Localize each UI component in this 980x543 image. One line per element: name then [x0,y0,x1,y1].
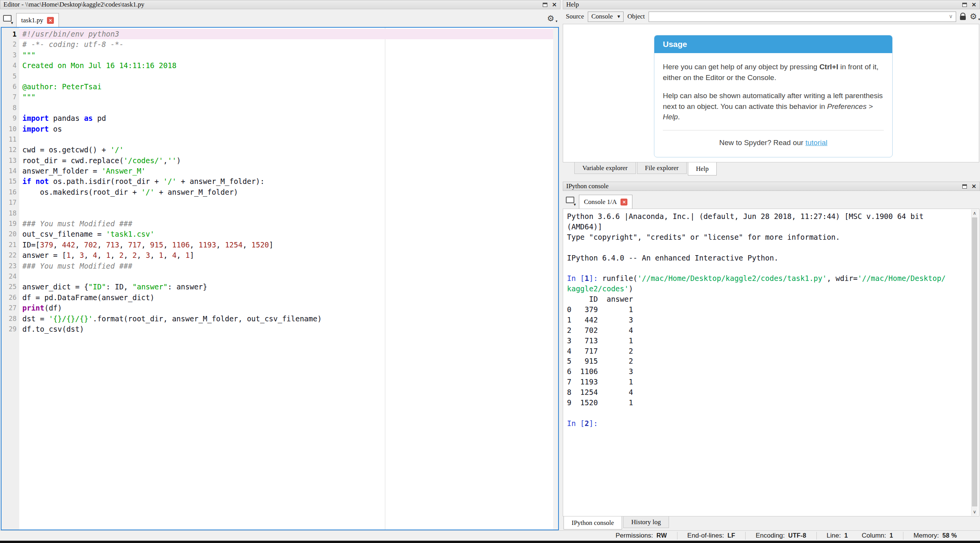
scrollbar-thumb[interactable] [972,217,977,506]
object-label: Object [627,13,645,20]
console-line: ID answer [567,294,967,304]
token-txt: df.to_csv(dst) [22,325,84,333]
token-out: 2 702 4 [567,326,633,334]
tab-close-icon[interactable]: × [47,17,54,24]
code-line[interactable] [19,103,558,113]
scrollbar-down-icon[interactable]: ∨ [972,508,978,516]
scrollbar-up-icon[interactable]: ∧ [972,209,978,217]
code-line[interactable]: Created on Mon Jul 16 14:11:16 2018 [19,60,558,71]
token-num: 1 [106,251,110,259]
token-pnum: 1 [585,274,589,282]
console-line: kaggle2/codes') [567,284,967,294]
editor-tabbar: task1.py × ⚙ [0,9,560,27]
float-pane-icon[interactable] [962,184,967,189]
tab-help[interactable]: Help [688,162,717,175]
code-line[interactable]: cwd = os.getcwd() + '/' [19,145,558,155]
line-number: 22 [2,250,17,261]
code-line[interactable]: ### You must Modified ### [19,219,558,229]
token-txt: , [110,251,119,259]
help-options-gear-icon[interactable]: ⚙ [970,13,977,21]
code-line[interactable]: ### You must Modified ### [19,261,558,271]
token-str: '' [168,156,177,165]
code-line[interactable]: df = pd.DataFrame(answer_dict) [19,292,558,303]
token-out: runfile( [602,274,638,282]
code-line[interactable]: print(df) [19,303,558,313]
code-line[interactable]: #!/usr/bin/env python3 [19,29,558,39]
line-number: 3 [2,50,17,60]
console-viewport[interactable]: Python 3.6.6 |Anaconda, Inc.| (default, … [563,209,979,516]
token-txt: : answer} [168,282,207,291]
line-number: 7 [2,92,17,102]
tab-console-1a[interactable]: Console 1/A × [579,195,632,209]
tab-variable-explorer[interactable]: Variable explorer [574,162,636,174]
code-area[interactable]: #!/usr/bin/env python3# -*- coding: utf-… [19,28,558,530]
tab-file-explorer[interactable]: File explorer [637,162,687,174]
usage-body: Here you can get help of any object by p… [654,53,892,157]
token-txt: cwd = os.getcwd() + [22,145,110,154]
close-pane-icon[interactable]: × [552,2,557,8]
line-number: 12 [2,145,17,155]
tab-ipython-console[interactable]: IPython console [564,516,622,530]
float-pane-icon[interactable] [962,3,967,7]
console-title: IPython console [566,182,609,190]
close-pane-icon[interactable]: × [972,183,977,189]
tab-task1py[interactable]: task1.py × [16,13,59,27]
console-line: 5 915 2 [567,356,967,366]
line-number: 14 [2,166,17,176]
tutorial-link[interactable]: tutorial [805,139,827,147]
code-line[interactable]: # -*- coding: utf-8 -*- [19,39,558,50]
code-line[interactable] [19,197,558,208]
token-cmt: # -*- coding: utf-8 -*- [22,40,124,48]
tab-history-log[interactable]: History log [623,516,669,528]
horizontal-splitter[interactable] [563,176,980,182]
token-str: '/' [110,145,124,154]
token-num: 379 [40,241,53,249]
line-number: 11 [2,134,17,145]
browse-tabs-icon[interactable] [3,15,12,22]
code-line[interactable]: df.to_csv(dst) [19,324,558,334]
console-scrollbar[interactable]: ∧ ∨ [971,209,978,516]
close-pane-icon[interactable]: × [972,2,977,8]
token-kw: as [84,114,93,122]
token-out: ID answer [567,295,633,303]
help-pane: Help × Source Console ▼ Object ∨ ⚙ Usage [563,0,980,176]
token-txt: os.path.isdir(root_dir + [49,177,163,185]
token-out: IPython 6.4.0 -- An enhanced Interactive… [567,254,778,262]
code-line[interactable]: import os [19,124,558,134]
token-out: 9 1520 1 [567,398,633,407]
browse-tabs-icon[interactable] [566,197,574,203]
code-line[interactable] [19,208,558,219]
tab-close-icon[interactable]: × [620,199,627,206]
code-line[interactable]: dst = '{}/{}/{}'.format(root_dir, answer… [19,314,558,324]
lock-icon[interactable] [960,16,966,20]
code-line[interactable]: """ [19,92,558,102]
token-num: 4 [93,251,97,259]
code-line[interactable]: """ [19,50,558,60]
token-txt: answer_dict = { [22,282,89,291]
code-line[interactable] [19,71,558,82]
source-select[interactable]: Console ▼ [588,12,624,22]
code-line[interactable]: root_dir = cwd.replace('/codes/','') [19,155,558,166]
console-output: Python 3.6.6 |Anaconda, Inc.| (default, … [567,211,967,429]
editor-scrollbar[interactable] [553,28,558,530]
token-str: '/codes/' [124,156,163,165]
object-combobox[interactable]: ∨ [649,12,956,22]
editor-options-gear-icon[interactable]: ⚙ [547,15,554,23]
line-number: 19 [2,219,17,229]
code-line[interactable]: @author: PeterTsai [19,82,558,92]
code-line[interactable]: if not os.path.isdir(root_dir + '/' + an… [19,176,558,187]
code-line[interactable]: out_csv_filename = 'task1.csv' [19,229,558,239]
code-line[interactable] [19,134,558,145]
code-line[interactable]: answer_dict = {"ID": ID, "answer": answe… [19,282,558,292]
code-line[interactable] [19,271,558,282]
token-str: "answer" [132,282,168,291]
editor-viewport[interactable]: 1234567891011121314151617181920212223242… [1,27,559,530]
float-pane-icon[interactable] [543,3,547,7]
code-line[interactable]: answer_M_folder = 'Answer_M' [19,166,558,176]
code-line[interactable]: import pandas as pd [19,113,558,124]
token-num: 3 [80,251,84,259]
console-line: In [2]: [567,418,967,429]
code-line[interactable]: answer = [1, 3, 4, 1, 2, 2, 3, 1, 4, 1] [19,250,558,261]
code-line[interactable]: ID=[379, 442, 702, 713, 717, 915, 1106, … [19,240,558,250]
code-line[interactable]: os.makedirs(root_dir + '/' + answer_M_fo… [19,187,558,197]
